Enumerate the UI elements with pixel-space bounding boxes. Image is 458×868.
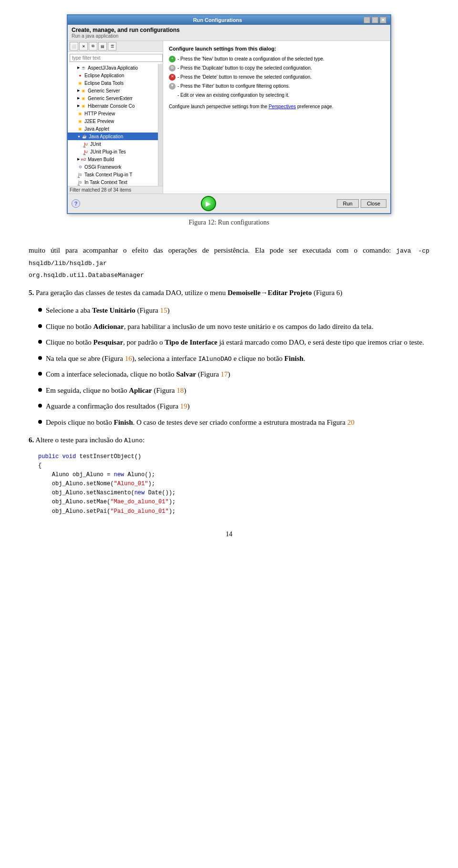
tree-item-generic-server[interactable]: ▶ ▣ Generic Server (68, 87, 163, 94)
tree-section: ▶ ☕ AspectJ/Java Applicatio ● Eclipse Ap… (68, 64, 163, 186)
arrow-icon: ▶ (77, 104, 80, 108)
flt-bullet-icon: ▼ (169, 83, 176, 90)
tree-item-eclipse-data[interactable]: ▣ Eclipse Data Tools (68, 79, 163, 87)
close-button[interactable]: ✕ (380, 17, 386, 23)
info-line-dup: ⧉ - Press the 'Duplicate' button to copy… (169, 64, 385, 72)
window-title: Run Configurations (72, 17, 364, 23)
tree-item-junit[interactable]: J̲U JUnit (68, 140, 163, 148)
window-content: ⬜ ✕ ⧉ ▤ ☰ ▶ ☕ (68, 41, 390, 194)
tree-item-hibernate[interactable]: ▶ ▣ Hibernate Console Co (68, 102, 163, 110)
toolbar-btn-1[interactable]: ⬜ (70, 42, 78, 51)
main-content: muito útil para acompanhar o efeito das … (29, 245, 429, 516)
help-button[interactable]: ? (72, 199, 80, 208)
code-line-5: obj_Aluno.setNascimento(new Date()); (38, 489, 429, 498)
info-line-flt: ▼ - Press the 'Filter' button to configu… (169, 82, 385, 90)
bullet-text-1: Selecione a aba Teste Unitário (Figura 1… (46, 305, 169, 317)
code-line-1: public void testInsertObject() (38, 452, 429, 461)
bullet-text-3: Clique no botão Pesquisar, por padrão o … (46, 337, 424, 349)
ref-16: 16 (125, 355, 132, 362)
ref-15: 15 (160, 306, 167, 314)
bullet-item-7: Aguarde a confirmação dos resultados (Fi… (38, 400, 429, 413)
perspective-line: Configure launch perspective settings fr… (169, 103, 385, 111)
java-icon: ☕ (81, 65, 86, 71)
tree-item-label: HTTP Preview (84, 111, 115, 116)
configure-title: Configure launch settings from this dial… (169, 45, 385, 53)
toolbar-btn-4[interactable]: ▤ (98, 42, 107, 51)
run-dialog-button[interactable]: Run (337, 199, 359, 208)
scrollbar[interactable] (158, 64, 163, 186)
tree-item-osgi[interactable]: ⚙ OSGi Framework (68, 163, 163, 171)
maven-icon: m2 (81, 156, 86, 162)
figure-caption: Figura 12: Run configurations (188, 219, 269, 226)
ref-17: 17 (221, 370, 228, 378)
info-line-edit: - Edit or view an existing configuration… (169, 92, 385, 99)
bullet-list: Selecione a aba Teste Unitário (Figura 1… (38, 305, 429, 429)
bullet-dot-2 (38, 324, 42, 328)
bottom-buttons: Run Close (337, 199, 386, 208)
info-text-new: - Press the 'New' button to create a con… (177, 55, 324, 63)
toolbar-btn-3[interactable]: ⧉ (89, 42, 97, 51)
info-text-dup: - Press the 'Duplicate' button to copy t… (177, 64, 312, 72)
filter-status: Filter matched 28 of 34 items (68, 186, 163, 194)
left-toolbar: ⬜ ✕ ⧉ ▤ ☰ (68, 41, 163, 52)
bullet-text-7: Aguarde a confirmação dos resultados (Fi… (46, 400, 190, 413)
filter-input[interactable] (70, 54, 163, 62)
folder-icon: ▣ (81, 88, 86, 93)
bullet-item-2: Clique no botão Adicionar, para habilita… (38, 321, 429, 333)
tree-item-label: Eclipse Application (84, 73, 124, 78)
folder-icon: ▣ (77, 126, 83, 132)
tree-item-label: JUnit Plug-in Tes (90, 149, 126, 154)
paragraph-persistent: muito útil para acompanhar o efeito das … (29, 245, 429, 281)
screenshot-container: Run Configurations _ □ ✕ Create, manage,… (29, 14, 429, 236)
bold-pesquisar: Pesquisar (94, 338, 124, 346)
perspectives-link[interactable]: Perspectives (269, 104, 296, 109)
section-number-5: 5. (29, 289, 34, 296)
toolbar-btn-5[interactable]: ☰ (108, 42, 116, 51)
code-line-6: obj_Aluno.setMae("Mae_do_aluno_01"); (38, 498, 429, 507)
circle-red-icon: ● (77, 72, 83, 78)
task-icon: J̲S (77, 172, 83, 177)
paragraph-section6: 6. Altere o teste para inclusão do Aluno… (29, 434, 429, 447)
bullet-dot-8 (38, 420, 42, 424)
minimize-button[interactable]: _ (364, 17, 370, 23)
tree-item-task[interactable]: J̲S Task Context Plug-in T (68, 171, 163, 178)
bold-salvar: Salvar (176, 370, 196, 378)
tree-item-java-app[interactable]: ▼ ☕ Java Application ⬜ New (68, 133, 163, 140)
tree-item-task2[interactable]: J̲S In Task Context Text (68, 178, 163, 186)
tree-item-aspectj[interactable]: ▶ ☕ AspectJ/Java Applicatio (68, 64, 163, 71)
maximize-button[interactable]: □ (372, 17, 378, 23)
info-text-flt: - Press the 'Filter' button to configure… (177, 82, 290, 90)
bullet-dot-1 (38, 308, 42, 312)
tree-item-junit-plugin[interactable]: J̲U JUnit Plug-in Tes (68, 148, 163, 155)
task-icon: J̲S (77, 179, 83, 185)
window-controls[interactable]: _ □ ✕ (364, 17, 386, 23)
page-number: 14 (29, 531, 429, 538)
arrow-icon: ▶ (77, 89, 80, 92)
tree-item-http[interactable]: ▣ HTTP Preview (68, 110, 163, 117)
left-panel: ⬜ ✕ ⧉ ▤ ☰ ▶ ☕ (68, 41, 163, 194)
tree-item-label: Eclipse Data Tools (84, 81, 124, 86)
tree-item-maven[interactable]: ▶ m2 Maven Build (68, 155, 163, 163)
code-ialuno: IAlunoDAO (198, 356, 231, 363)
tree-item-label: Hibernate Console Co (88, 103, 135, 109)
tree-item-label: Generic ServerExterr (88, 96, 133, 101)
tree-item-label: OSGi Framework (84, 164, 121, 170)
java-icon: ☕ (82, 133, 87, 139)
tree-item-java-applet[interactable]: ▣ Java Applet (68, 125, 163, 133)
close-dialog-button[interactable]: Close (361, 199, 386, 208)
tree-item-eclipse-app[interactable]: ● Eclipse Application (68, 71, 163, 79)
bullet-text-8: Depois clique no botão Finish. O caso de… (46, 417, 354, 429)
toolbar-btn-2[interactable]: ✕ (79, 42, 88, 51)
right-panel: Configure launch settings from this dial… (163, 41, 390, 194)
bullet-item-3: Clique no botão Pesquisar, por padrão o … (38, 337, 429, 349)
tree-item-generic-server-ext[interactable]: ▶ ▣ Generic ServerExterr (68, 94, 163, 102)
tree-item-label: Java Application (89, 134, 123, 139)
bold-aplicar: Aplicar (129, 387, 152, 394)
code-line-7: obj_Aluno.setPai("Pai_do_aluno_01"); (38, 507, 429, 516)
bullet-text-5: Com a interface selecionada, clique no b… (46, 368, 230, 381)
tree-item-label: AspectJ/Java Applicatio (88, 65, 138, 71)
tree-item-j2ee[interactable]: ▣ J2EE Preview (68, 117, 163, 125)
arrow-icon: ▶ (77, 96, 80, 100)
run-button[interactable]: ▶ (201, 196, 216, 211)
folder-icon: ▣ (77, 111, 83, 116)
